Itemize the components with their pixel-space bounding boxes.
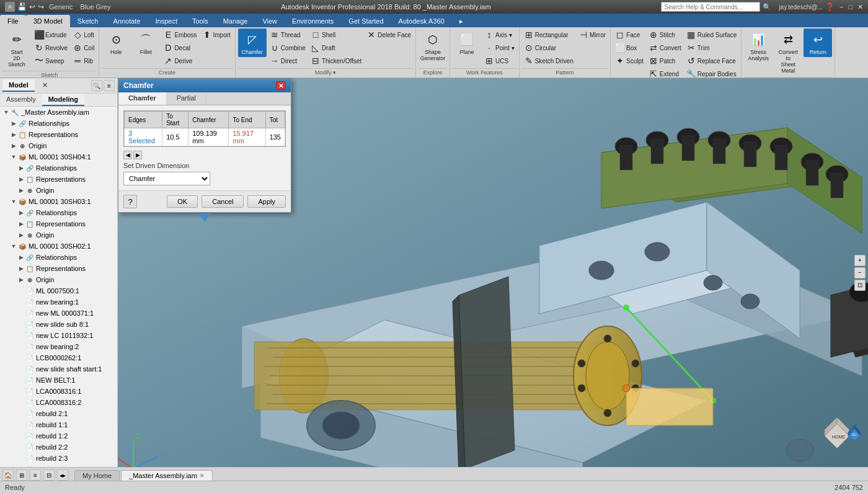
- panel-menu-btn[interactable]: ≡: [104, 80, 115, 91]
- tree-item-rep2[interactable]: ▶ 📋 Representations: [0, 174, 117, 185]
- btn-rib[interactable]: ═Rib: [71, 55, 96, 67]
- tree-item-rebuild21[interactable]: 📄 rebuild 2:1: [0, 408, 117, 419]
- bottom-tab-masterassembly[interactable]: _Master Assembly.iam ✕: [121, 470, 213, 481]
- view-home-btn[interactable]: 🏠: [2, 469, 14, 481]
- tree-exp-origin4[interactable]: ▶: [17, 277, 25, 283]
- btn-coil[interactable]: ⊛Coil: [71, 42, 96, 54]
- btn-rectangular[interactable]: ⊞Rectangular: [522, 29, 575, 41]
- btn-derive[interactable]: ↗Derive: [161, 55, 198, 67]
- chamfer-titlebar[interactable]: Chamfer ✕: [118, 79, 291, 92]
- chamfer-driven-select[interactable]: Chamfer To Start To End: [123, 172, 210, 185]
- tree-item-rep4[interactable]: ▶ 📋 Representations: [0, 263, 117, 274]
- btn-trim[interactable]: ✂Trim: [684, 42, 738, 54]
- tab-annotate[interactable]: Annotate: [105, 15, 148, 27]
- btn-axis[interactable]: ↕Axis ▾: [482, 29, 516, 41]
- tree-item-newbearing2[interactable]: 📄 new bearing:2: [0, 341, 117, 352]
- tree-item-newslidesub[interactable]: 📄 new slide sub 8:1: [0, 319, 117, 330]
- btn-sketchdriven[interactable]: ✎Sketch Driven: [522, 55, 575, 67]
- btn-loft[interactable]: ◇Loft: [71, 29, 96, 41]
- tree-item-origin3[interactable]: ▶ ⊕ Origin: [0, 229, 117, 241]
- tree-exp-rel2[interactable]: ▶: [17, 165, 25, 171]
- tree-item-ml0001[interactable]: ▼ 📦 ML 00001 30SH04:1: [0, 151, 117, 162]
- panel-tab-close[interactable]: ✕: [36, 79, 54, 92]
- fit-all-btn[interactable]: ⊡: [854, 280, 866, 291]
- tree-item-origin2[interactable]: ▶ ⊕ Origin: [0, 185, 117, 196]
- quick-access-save[interactable]: 💾: [17, 2, 27, 11]
- panel-tab-model[interactable]: Model: [2, 79, 35, 92]
- btn-convert[interactable]: ⇄Convert: [647, 42, 683, 54]
- btn-sculpt[interactable]: ✦Sculpt: [613, 55, 645, 67]
- tree-item-relationships[interactable]: ▶ 🔗 Relationships: [0, 118, 117, 129]
- panel-tab-assembly[interactable]: Assembly: [0, 94, 42, 106]
- tree-exp-ml0003[interactable]: ▼: [10, 198, 17, 205]
- btn-plane[interactable]: ⬜ Plane: [453, 29, 481, 57]
- btn-extrude[interactable]: ⬛Extrude: [32, 29, 69, 41]
- tree-exp-origin[interactable]: ▶: [10, 143, 17, 149]
- chamfer-tab-chamfer[interactable]: Chamfer: [118, 92, 167, 105]
- btn-start2dsketch[interactable]: ✏ Start2D Sketch: [2, 29, 31, 69]
- tree-item-origin4[interactable]: ▶ ⊕ Origin: [0, 274, 117, 285]
- tree-item-newbelt[interactable]: 📄 NEW BELT:1: [0, 375, 117, 386]
- tree-item-ml0003[interactable]: ▼ 📦 ML 00001 30SH03:1: [0, 196, 117, 207]
- tree-exp-origin3[interactable]: ▶: [17, 232, 25, 238]
- tab-getstarted[interactable]: Get Started: [341, 15, 391, 27]
- tree-item-master[interactable]: ▼ 🔧 _Master Assembly.iam: [0, 107, 117, 118]
- tree-exp-ml0002[interactable]: ▼: [10, 243, 17, 249]
- tree-item-rebuild11[interactable]: 📄 rebuild 1:1: [0, 419, 117, 430]
- viewport[interactable]: Y X Z Chamfer ✕ Chamfer Partial: [118, 78, 868, 467]
- btn-point[interactable]: ·Point ▾: [482, 42, 516, 54]
- tab-extra[interactable]: ▸: [452, 15, 471, 27]
- tree-item-rebuild23[interactable]: 📄 rebuild 2:3: [0, 453, 117, 464]
- btn-patch[interactable]: ⊠Patch: [647, 55, 683, 67]
- minimize-btn[interactable]: −: [839, 3, 843, 11]
- tab-sketch[interactable]: Sketch: [70, 15, 106, 27]
- tree-exp-rep2[interactable]: ▶: [17, 176, 25, 182]
- btn-revolve[interactable]: ↻Revolve: [32, 42, 69, 54]
- color-scheme-dropdown[interactable]: Blue Grey: [81, 3, 111, 11]
- table-nav-right[interactable]: ▶: [133, 151, 142, 159]
- btn-stitch[interactable]: ⊕Stitch: [647, 29, 683, 41]
- tab-tools[interactable]: Tools: [185, 15, 216, 27]
- btn-thread[interactable]: ≋Thread: [268, 29, 308, 41]
- tree-item-rebuild24[interactable]: 📄 rebuild 2:4: [0, 464, 117, 467]
- btn-emboss[interactable]: EEmboss: [161, 29, 198, 41]
- maximize-btn[interactable]: □: [848, 3, 852, 11]
- tree-item-lca2[interactable]: 📄 LCA0008316:2: [0, 397, 117, 408]
- bottom-tab-myhome[interactable]: My Home: [74, 470, 120, 481]
- chamfer-cancel-btn[interactable]: Cancel: [202, 195, 244, 208]
- view-split-btn[interactable]: ⊟: [43, 469, 55, 481]
- close-btn[interactable]: ✕: [857, 3, 863, 11]
- btn-return[interactable]: ↩ Return: [804, 29, 832, 57]
- tree-exp-rel3[interactable]: ▶: [17, 210, 25, 216]
- tab-manage[interactable]: Manage: [216, 15, 255, 27]
- tree-item-ml0002[interactable]: ▼ 📦 ML 00001 30SH02:1: [0, 241, 117, 252]
- view-arrows-btn[interactable]: ◂▸: [57, 469, 68, 481]
- chamfer-apply-btn[interactable]: Apply: [247, 195, 286, 208]
- btn-face[interactable]: ◻Face: [613, 29, 645, 41]
- tree-item-lca1[interactable]: 📄 LCA0008316:1: [0, 386, 117, 397]
- view-grid-btn[interactable]: ⊞: [16, 469, 27, 481]
- tree-item-newml0371[interactable]: 📄 new ML 0000371:1: [0, 308, 117, 319]
- help-icon[interactable]: ❓: [825, 2, 835, 11]
- btn-import[interactable]: ⬆Import: [200, 29, 232, 41]
- tree-exp-ml0001[interactable]: ▼: [10, 154, 17, 160]
- tree-item-representations[interactable]: ▶ 📋 Representations: [0, 129, 117, 140]
- btn-sweep[interactable]: 〜Sweep: [32, 55, 69, 67]
- btn-direct[interactable]: →Direct: [268, 55, 308, 67]
- tab-environments[interactable]: Environments: [285, 15, 341, 27]
- btn-shell[interactable]: □Shell: [309, 29, 363, 41]
- panel-search-btn[interactable]: 🔍: [91, 80, 102, 91]
- tree-exp-rel4[interactable]: ▶: [17, 254, 25, 260]
- tree-item-rep3[interactable]: ▶ 📋 Representations: [0, 218, 117, 229]
- quick-access-redo[interactable]: ↪: [38, 2, 44, 11]
- chamfer-help-btn[interactable]: ?: [123, 195, 137, 208]
- tree-exp-rep3[interactable]: ▶: [17, 221, 25, 227]
- tab-view[interactable]: View: [255, 15, 285, 27]
- tab-file[interactable]: File: [0, 15, 26, 27]
- btn-combine[interactable]: ∪Combine: [268, 42, 308, 54]
- tree-item-newlc[interactable]: 📄 new LC 1011932:1: [0, 330, 117, 341]
- btn-thicken[interactable]: ⊟Thicken/Offset: [309, 55, 363, 67]
- chamfer-ok-btn[interactable]: OK: [167, 195, 198, 208]
- tree-exp-origin2[interactable]: ▶: [17, 187, 25, 193]
- tree-item-rel2[interactable]: ▶ 🔗 Relationships: [0, 162, 117, 174]
